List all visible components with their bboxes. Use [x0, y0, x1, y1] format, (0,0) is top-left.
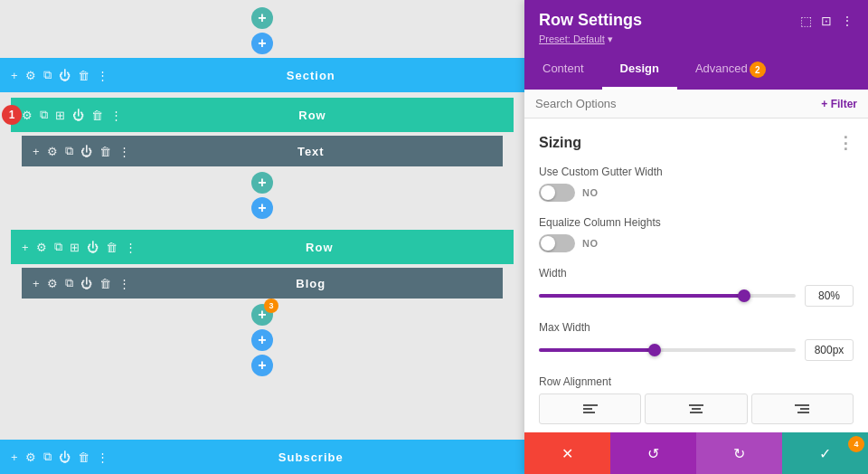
duplicate-icon[interactable]: ⧉	[43, 450, 52, 464]
custom-gutter-toggle[interactable]	[539, 184, 575, 202]
settings-icon[interactable]: ⚙	[47, 277, 58, 290]
filter-button[interactable]: + Filter	[821, 98, 857, 110]
plus-icon[interactable]: +	[22, 241, 29, 254]
grid-icon[interactable]: ⊞	[70, 241, 80, 254]
power-icon[interactable]: ⏻	[59, 450, 71, 464]
equalize-columns-toggle[interactable]	[539, 234, 575, 252]
tab-content[interactable]: Content	[524, 52, 602, 90]
width-slider-thumb[interactable]	[738, 289, 750, 302]
add-row-blog-button[interactable]: +	[251, 329, 273, 351]
duplicate-icon[interactable]: ⧉	[65, 144, 73, 158]
more-icon[interactable]: ⋮	[125, 241, 137, 254]
more-icon[interactable]: ⋮	[110, 109, 122, 122]
power-icon[interactable]: ⏻	[80, 145, 92, 158]
power-icon[interactable]: ⏻	[72, 109, 84, 122]
subscribe-bar-icons: + ⚙ ⧉ ⏻ 🗑 ⋮	[11, 450, 108, 464]
width-setting: Width 80%	[539, 267, 854, 307]
add-row-inner-button[interactable]: +	[251, 197, 273, 219]
align-right-button[interactable]	[751, 393, 854, 424]
settings-icon[interactable]: ⚙	[22, 109, 33, 122]
row2-bar: + ⚙ ⧉ ⊞ ⏻ 🗑 ⋮ Row	[11, 230, 514, 264]
cancel-button[interactable]: ✕	[524, 432, 610, 474]
add-section-button-top[interactable]: +	[251, 33, 273, 54]
search-input[interactable]	[535, 97, 821, 110]
settings-icon[interactable]: ⚙	[47, 145, 58, 158]
text-module-add-btns: + +	[22, 166, 503, 224]
max-width-slider-track[interactable]	[539, 348, 796, 352]
max-width-slider-thumb[interactable]	[648, 344, 661, 356]
max-width-slider-row: 800px	[539, 339, 854, 361]
save-button[interactable]: ✓ 4	[782, 432, 868, 474]
tab-design[interactable]: Design	[602, 52, 677, 90]
badge-1: 1	[2, 105, 22, 125]
trash-icon[interactable]: 🗑	[91, 109, 103, 122]
row1-icons: ⚙ ⧉ ⊞ ⏻ 🗑 ⋮	[22, 108, 122, 122]
duplicate-icon[interactable]: ⧉	[65, 276, 73, 290]
equalize-columns-setting: Equalize Column Heights NO	[539, 216, 854, 252]
settings-icon[interactable]: ⚙	[36, 241, 47, 254]
sizing-title: Sizing	[539, 135, 581, 151]
section-bar-title: Section	[108, 69, 514, 82]
width-slider-track[interactable]	[539, 294, 796, 298]
settings-icon[interactable]: ⚙	[25, 450, 36, 464]
custom-gutter-toggle-label: NO	[582, 187, 599, 198]
power-icon[interactable]: ⏻	[80, 277, 92, 290]
width-slider-row: 80%	[539, 285, 854, 307]
power-icon[interactable]: ⏻	[87, 241, 99, 254]
preset-label[interactable]: Preset: Default ▾	[539, 33, 854, 45]
blog-module-container: + ⚙ ⧉ ⏻ 🗑 ⋮ Blog + 3 + +	[22, 268, 503, 382]
duplicate-icon[interactable]: ⧉	[43, 68, 52, 82]
row1-container: 1 ⚙ ⧉ ⊞ ⏻ 🗑 ⋮ Row + ⚙ ⧉ ⏻ 🗑 ⋮	[11, 98, 514, 224]
max-width-setting: Max Width 800px	[539, 321, 854, 361]
more-icon[interactable]: ⋮	[97, 69, 108, 82]
builder-area: + + + ⚙ ⧉ ⏻ 🗑 ⋮ Section 1 ⚙ ⧉ ⊞ ⏻ 🗑 ⋮ Ro…	[0, 0, 524, 474]
panel-content: Sizing ⋮ Use Custom Gutter Width NO Equa…	[524, 118, 868, 432]
trash-icon[interactable]: 🗑	[99, 277, 111, 290]
undo-button[interactable]: ↺	[610, 432, 696, 474]
plus-icon[interactable]: +	[33, 145, 40, 158]
layout-icon[interactable]: ⊡	[821, 14, 832, 28]
responsive-icon[interactable]: ⬚	[800, 14, 812, 28]
more-icon[interactable]: ⋮	[118, 277, 130, 290]
trash-icon[interactable]: 🗑	[78, 450, 90, 464]
power-icon[interactable]: ⏻	[59, 69, 71, 82]
add-row-button-top[interactable]: +	[251, 7, 273, 29]
plus-icon[interactable]: +	[33, 277, 40, 290]
trash-icon[interactable]: 🗑	[78, 69, 90, 82]
panel-header-icons: ⬚ ⊡ ⋮	[800, 14, 854, 28]
toggle-knob-2	[541, 236, 555, 251]
trash-icon[interactable]: 🗑	[99, 145, 111, 158]
advanced-tab-badge: 2	[750, 62, 766, 78]
plus-icon[interactable]: +	[11, 450, 18, 464]
redo-button[interactable]: ↻	[696, 432, 782, 474]
align-center-button[interactable]	[645, 393, 747, 424]
plus-icon[interactable]: +	[11, 69, 18, 82]
tab-advanced[interactable]: Advanced2	[677, 52, 784, 90]
row1-bar: 1 ⚙ ⧉ ⊞ ⏻ 🗑 ⋮ Row	[11, 98, 514, 132]
align-left-button[interactable]	[539, 393, 641, 424]
redo-icon: ↻	[733, 445, 745, 462]
max-width-value-box[interactable]: 800px	[805, 339, 854, 361]
width-value-box[interactable]: 80%	[805, 285, 854, 307]
row2-container: + ⚙ ⧉ ⊞ ⏻ 🗑 ⋮ Row + ⚙ ⧉ ⏻ 🗑 ⋮	[11, 230, 514, 382]
sizing-menu-icon[interactable]: ⋮	[837, 133, 854, 153]
trash-icon[interactable]: 🗑	[106, 241, 118, 254]
blog-module-icons: + ⚙ ⧉ ⏻ 🗑 ⋮	[33, 276, 130, 290]
panel-tabs: Content Design Advanced2	[524, 52, 868, 90]
settings-icon[interactable]: ⚙	[25, 69, 36, 82]
more-icon[interactable]: ⋮	[118, 145, 130, 158]
more-icon[interactable]: ⋮	[97, 450, 108, 464]
custom-gutter-setting: Use Custom Gutter Width NO	[539, 166, 854, 202]
add-section-blog-button[interactable]: +	[251, 355, 273, 376]
subscribe-bar: + ⚙ ⧉ ⏻ 🗑 ⋮ Subscribe	[0, 440, 524, 474]
row-alignment-label: Row Alignment	[539, 375, 854, 388]
add-module-button[interactable]: +	[251, 172, 273, 194]
duplicate-icon[interactable]: ⧉	[40, 108, 48, 122]
duplicate-icon[interactable]: ⧉	[54, 240, 62, 254]
text-module-title: Text	[130, 145, 492, 158]
panel-footer: ✕ ↺ ↻ ✓ 4	[524, 432, 868, 474]
grid-icon[interactable]: ⊞	[55, 109, 65, 122]
panel-more-icon[interactable]: ⋮	[841, 14, 854, 28]
equalize-columns-label: Equalize Column Heights	[539, 216, 854, 229]
panel-header-top: Row Settings ⬚ ⊡ ⋮	[539, 11, 854, 30]
